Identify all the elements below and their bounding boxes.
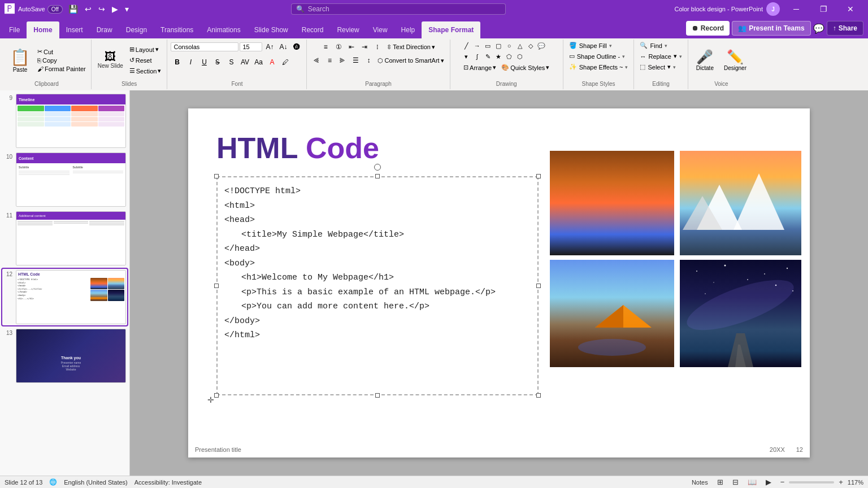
bold-button[interactable]: B: [171, 56, 183, 68]
strikethrough-button[interactable]: S̶: [211, 56, 224, 68]
shape-star[interactable]: ★: [493, 51, 504, 62]
comment-button[interactable]: 💬: [813, 23, 824, 34]
minimize-button[interactable]: ─: [783, 0, 809, 18]
font-increase-button[interactable]: A↑: [263, 41, 276, 53]
move-handle[interactable]: ✛: [207, 395, 214, 404]
search-input[interactable]: [308, 5, 501, 13]
slide-thumb-12[interactable]: 12 HTML Code <!DOCTYPE html> <html> <hea…: [2, 269, 127, 325]
image-mountain-snow[interactable]: [680, 151, 801, 255]
shape-fill-button[interactable]: 🪣 Shape Fill: [567, 41, 614, 50]
shape-oval[interactable]: ○: [504, 41, 514, 51]
shape-arrow[interactable]: →: [472, 41, 482, 51]
redo-button[interactable]: ↪: [96, 3, 107, 15]
highlight-button[interactable]: 🖊: [279, 56, 292, 68]
tab-draw[interactable]: Draw: [90, 21, 119, 38]
tab-shape-format[interactable]: Shape Format: [422, 21, 480, 38]
selection-handle-tc[interactable]: [375, 174, 380, 178]
code-block[interactable]: <!DOCTYPE html> <html> <head> <title>My …: [216, 176, 539, 395]
shape-line[interactable]: ╱: [461, 41, 471, 51]
tab-animations[interactable]: Animations: [200, 21, 247, 38]
selection-handle-tl[interactable]: [214, 174, 219, 178]
columns-button[interactable]: ⫶: [371, 41, 384, 53]
shape-curve[interactable]: ∫: [472, 51, 482, 62]
increase-indent-button[interactable]: ⇥: [358, 41, 371, 53]
present-teams-button[interactable]: 👥 Present in Teams: [732, 21, 810, 36]
image-tent[interactable]: [550, 260, 674, 367]
find-button[interactable]: 🔍 Find: [637, 41, 669, 50]
normal-view-button[interactable]: ⊞: [715, 477, 726, 487]
tab-record[interactable]: Record: [295, 21, 331, 38]
tab-insert[interactable]: Insert: [59, 21, 90, 38]
designer-button[interactable]: ✏️ Designer: [719, 47, 751, 73]
restore-button[interactable]: ❐: [810, 0, 836, 18]
selection-handle-bl[interactable]: [214, 393, 219, 398]
replace-button[interactable]: ↔ Replace ▾: [637, 51, 684, 61]
slide-thumb-9[interactable]: 9 Timeline: [2, 93, 127, 149]
slide-thumb-10[interactable]: 10 Content Subtitle: [2, 151, 127, 208]
align-right-button[interactable]: ⫸: [336, 54, 349, 67]
image-stars[interactable]: [680, 260, 801, 367]
autosave-toggle[interactable]: Off: [47, 5, 63, 14]
shape-effects-button[interactable]: ✨ Shape Effects ~: [567, 62, 631, 72]
shape-callout[interactable]: 💬: [536, 41, 546, 51]
zoom-out-button[interactable]: −: [778, 477, 787, 487]
tab-review[interactable]: Review: [330, 21, 366, 38]
new-slide-button[interactable]: 🖼 New Slide: [95, 49, 126, 71]
tab-help[interactable]: Help: [394, 21, 422, 38]
shape-round-rect[interactable]: ▢: [493, 41, 504, 51]
share-button[interactable]: ↑ Share: [827, 21, 863, 36]
customize-button[interactable]: ▾: [123, 3, 131, 15]
save-button[interactable]: 💾: [66, 3, 80, 15]
bullets-button[interactable]: ≡: [319, 41, 332, 53]
change-case-button[interactable]: Aa: [252, 56, 264, 68]
selection-handle-mr[interactable]: [536, 284, 541, 288]
search-bar[interactable]: 🔍: [291, 3, 506, 15]
cut-button[interactable]: ✂ Cut: [36, 47, 88, 56]
dictate-button[interactable]: 🎤 Dictate: [692, 47, 718, 73]
tab-view[interactable]: View: [366, 21, 394, 38]
selection-handle-ml[interactable]: [214, 284, 219, 288]
notes-button[interactable]: Notes: [689, 479, 710, 486]
convert-to-smartart-button[interactable]: ⬡ Convert to SmartArt ▾: [375, 56, 446, 66]
tab-design[interactable]: Design: [119, 21, 154, 38]
section-button[interactable]: ☰ Section ▾: [127, 66, 164, 76]
slide-sorter-button[interactable]: ⊟: [730, 477, 741, 487]
arrange-button[interactable]: ⊡ Arrange ▾: [461, 63, 498, 72]
selection-handle-br[interactable]: [536, 393, 541, 398]
font-decrease-button[interactable]: A↓: [277, 41, 289, 53]
reading-view-button[interactable]: 📖: [745, 477, 759, 487]
shape-outline-button[interactable]: ▭ Shape Outline -: [567, 51, 627, 61]
char-spacing-button[interactable]: AV: [238, 56, 251, 68]
selection-handle-bc[interactable]: [375, 393, 380, 398]
shape-pentagon[interactable]: ⬠: [504, 51, 514, 62]
font-name-input[interactable]: [171, 42, 238, 51]
font-color-button[interactable]: A: [266, 56, 278, 68]
format-painter-button[interactable]: 🖌 Format Painter: [36, 65, 88, 73]
shape-diamond[interactable]: ◇: [526, 41, 536, 51]
slide-show-view-button[interactable]: ▶: [763, 477, 774, 487]
slide-thumb-11[interactable]: 11 Additional content: [2, 210, 127, 267]
shape-hexagon[interactable]: ⬡: [515, 51, 525, 62]
close-button[interactable]: ✕: [837, 0, 863, 18]
font-size-input[interactable]: [240, 42, 262, 51]
reset-button[interactable]: ↺ Reset: [127, 55, 164, 65]
slide-thumb-13[interactable]: 13 Thank you Presenter name Email addres…: [2, 328, 127, 384]
shape-rect[interactable]: ▭: [483, 41, 493, 51]
underline-button[interactable]: U: [198, 56, 210, 68]
justify-button[interactable]: ☰: [349, 54, 362, 67]
undo-button[interactable]: ↩: [83, 3, 94, 15]
text-direction-button[interactable]: ⇳ Text Direction ▾: [384, 42, 437, 52]
shape-more[interactable]: ▾: [461, 51, 471, 62]
italic-button[interactable]: I: [184, 56, 197, 68]
selection-handle-tr[interactable]: [536, 174, 541, 178]
copy-button[interactable]: ⎘ Copy: [36, 56, 88, 64]
tab-slide-show[interactable]: Slide Show: [248, 21, 295, 38]
align-left-button[interactable]: ⫷: [310, 54, 323, 67]
quick-styles-button[interactable]: 🎨 Quick Styles ▾: [499, 63, 552, 72]
shadow-button[interactable]: S: [225, 56, 237, 68]
slide-canvas[interactable]: HTML Code <!DOCTYPE html> <html> <head> …: [188, 108, 810, 457]
shape-triangle[interactable]: △: [515, 41, 525, 51]
decrease-indent-button[interactable]: ⇤: [345, 41, 358, 53]
paste-button[interactable]: 📋 Paste: [6, 46, 34, 75]
user-avatar[interactable]: J: [766, 2, 780, 16]
